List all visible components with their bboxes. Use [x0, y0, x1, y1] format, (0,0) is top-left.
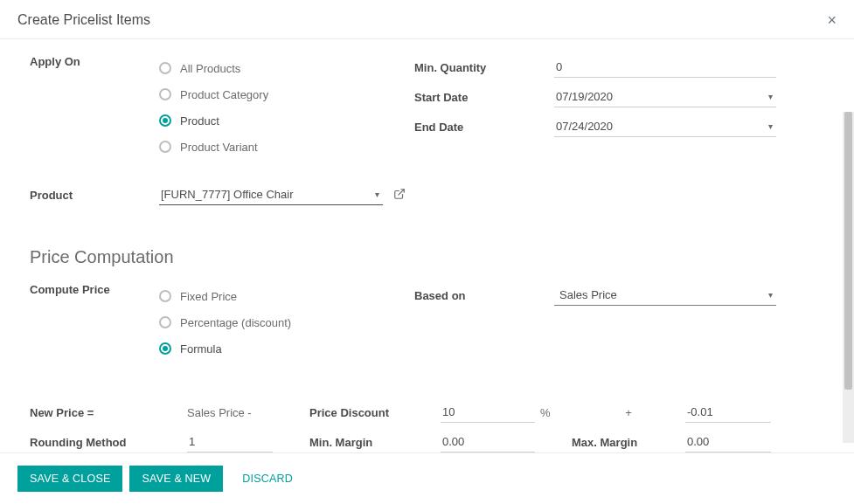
end-date-input[interactable] [554, 116, 776, 137]
radio-icon [159, 316, 171, 328]
apply-on-all-products[interactable]: All Products [159, 55, 268, 81]
end-date-label: End Date [414, 121, 554, 134]
compute-percentage[interactable]: Percentage (discount) [159, 309, 291, 335]
rounding-margin-row: Rounding Method Min. Margin Max. Margin [30, 432, 824, 452]
start-date-field: Start Date ▾ [414, 85, 824, 109]
radio-label: Product Category [180, 88, 268, 101]
percent-symbol: % [540, 406, 551, 419]
create-pricelist-modal: Create Pricelist Items × Apply On All Pr… [0, 0, 854, 504]
save-new-button[interactable]: SAVE & NEW [129, 466, 223, 492]
radio-icon [159, 88, 171, 100]
radio-label: Percentage (discount) [180, 316, 291, 329]
apply-on-product-category[interactable]: Product Category [159, 81, 268, 107]
compute-price-label: Compute Price [30, 283, 159, 296]
new-price-label: New Price = [30, 406, 159, 419]
radio-label: Fixed Price [180, 290, 237, 303]
price-computation-title: Price Computation [30, 247, 824, 267]
price-extra-input[interactable] [685, 402, 771, 423]
start-date-label: Start Date [414, 91, 554, 104]
min-margin-label: Min. Margin [309, 436, 372, 449]
price-discount-input[interactable] [441, 402, 535, 423]
rounding-method-label: Rounding Method [30, 436, 159, 449]
compute-fixed-price[interactable]: Fixed Price [159, 283, 291, 309]
modal-footer: SAVE & CLOSE SAVE & NEW DISCARD [0, 452, 854, 504]
compute-price-radio-group: Fixed Price Percentage (discount) Formul… [159, 283, 291, 362]
min-margin-input[interactable] [441, 432, 535, 452]
min-quantity-field: Min. Quantity [414, 55, 824, 79]
radio-icon [159, 342, 171, 355]
discard-button[interactable]: DISCARD [230, 466, 305, 492]
modal-title: Create Pricelist Items [17, 12, 150, 28]
start-date-input[interactable] [554, 86, 776, 107]
apply-on-radio-group: All Products Product Category Product [159, 55, 268, 160]
col-compute-price: Compute Price Fixed Price Percentage (di… [30, 283, 414, 367]
svg-line-0 [399, 189, 404, 194]
close-icon[interactable]: × [827, 12, 837, 28]
radio-label: Product [180, 114, 219, 128]
radio-label: Product Variant [180, 141, 258, 154]
min-quantity-label: Min. Quantity [414, 61, 554, 74]
col-apply-on: Apply On All Products Product Category [30, 55, 414, 205]
product-select[interactable]: [FURN_7777] Office Chair ▾ [159, 184, 383, 205]
compute-formula[interactable]: Formula [159, 335, 291, 362]
radio-icon [159, 62, 171, 74]
plus-symbol: + [625, 406, 632, 419]
chevron-down-icon: ▾ [375, 190, 379, 199]
new-price-base-text: Sales Price - [187, 406, 252, 419]
compute-row: Compute Price Fixed Price Percentage (di… [30, 283, 824, 367]
price-discount-label: Price Discount [309, 406, 389, 419]
min-quantity-input[interactable] [554, 57, 776, 78]
top-form-row: Apply On All Products Product Category [30, 55, 824, 205]
radio-icon [159, 114, 171, 127]
radio-icon [159, 141, 171, 153]
modal-header: Create Pricelist Items × [0, 0, 854, 39]
apply-on-product[interactable]: Product [159, 107, 268, 134]
apply-on-label: Apply On [30, 55, 159, 68]
radio-icon [159, 290, 171, 302]
product-value: [FURN_7777] Office Chair [161, 188, 294, 201]
radio-label: Formula [180, 342, 222, 356]
product-label: Product [30, 189, 159, 202]
new-price-row: New Price = Sales Price - Price Discount… [30, 402, 824, 423]
save-close-button[interactable]: SAVE & CLOSE [17, 466, 122, 492]
product-field: Product [FURN_7777] Office Chair ▾ [30, 184, 414, 205]
scrollbar[interactable] [843, 112, 854, 443]
max-margin-input[interactable] [685, 432, 771, 452]
apply-on-product-variant[interactable]: Product Variant [159, 134, 268, 160]
rounding-method-input[interactable] [187, 432, 273, 452]
radio-label: All Products [180, 62, 240, 75]
based-on-field: Based on ▾ [414, 283, 824, 307]
col-based-on: Based on ▾ [414, 283, 824, 313]
max-margin-label: Max. Margin [572, 436, 637, 449]
col-dates: Min. Quantity Start Date ▾ End Date ▾ [414, 55, 824, 144]
modal-body: Apply On All Products Product Category [0, 39, 854, 452]
external-link-icon[interactable] [393, 188, 406, 203]
based-on-label: Based on [414, 289, 554, 302]
end-date-field: End Date ▾ [414, 114, 824, 139]
based-on-select[interactable] [554, 285, 776, 306]
